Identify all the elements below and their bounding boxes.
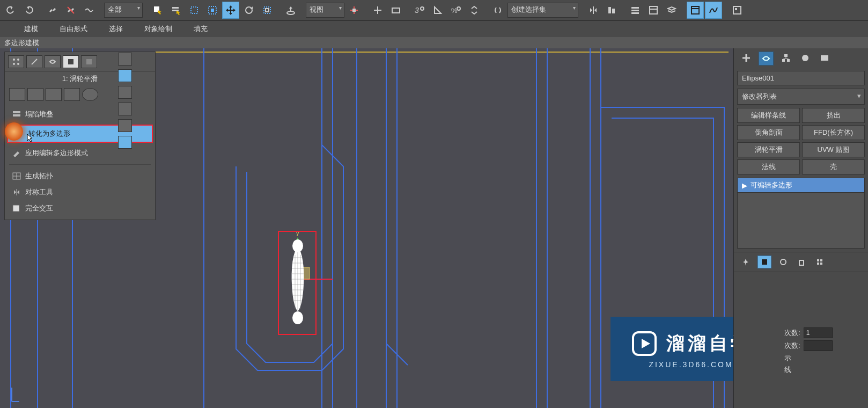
- btn-bevel-profile[interactable]: 倒角剖面: [737, 125, 800, 140]
- window-crossing-icon[interactable]: [204, 2, 221, 19]
- svg-rect-12: [392, 8, 400, 13]
- top-toolbar: 全部 视图 3 % 创建选择集: [0, 0, 868, 21]
- curve-editor-icon[interactable]: [687, 2, 704, 19]
- unlink-icon[interactable]: [62, 2, 79, 19]
- axis-y-label: y: [296, 230, 299, 236]
- object-name-field[interactable]: Ellipse001: [737, 71, 865, 85]
- modifier-list-dropdown[interactable]: 修改器列表: [737, 89, 865, 105]
- btn-uvw-map[interactable]: UVW 贴图: [802, 142, 865, 157]
- svg-point-64: [13, 59, 15, 61]
- stack-item-label: 可编辑多边形: [751, 180, 792, 190]
- dope-sheet-icon[interactable]: [705, 2, 722, 19]
- btn-shell[interactable]: 壳: [802, 159, 865, 174]
- modifier-stack[interactable]: ▶ 可编辑多边形: [737, 178, 865, 249]
- undo-icon[interactable]: [2, 2, 19, 19]
- side-toggle-4[interactable]: [118, 103, 132, 115]
- angle-snap-icon[interactable]: [429, 2, 446, 19]
- align-icon[interactable]: [603, 2, 620, 19]
- modifier-quick-buttons: 编辑样条线 挤出 倒角剖面 FFD(长方体) 涡轮平滑 UVW 贴图 法线 壳: [737, 108, 865, 174]
- spinner-input-1[interactable]: [804, 327, 833, 338]
- btn-normal[interactable]: 法线: [737, 159, 800, 174]
- use-pivot-center-icon[interactable]: [345, 2, 363, 19]
- svg-text:3: 3: [415, 6, 419, 14]
- toggle-ribbon-icon[interactable]: [645, 2, 662, 19]
- svg-rect-22: [650, 6, 657, 14]
- rect-region-icon[interactable]: [186, 2, 203, 19]
- named-selection-set-dropdown[interactable]: 创建选择集: [507, 3, 578, 18]
- svg-point-66: [13, 63, 15, 65]
- side-toggle-1[interactable]: [118, 53, 132, 65]
- selection-filter-dropdown[interactable]: 全部: [104, 3, 143, 18]
- select-and-rotate-icon[interactable]: [240, 2, 258, 19]
- tab-modeling[interactable]: 建模: [24, 24, 38, 34]
- btn-turbosmooth[interactable]: 涡轮平滑: [737, 142, 800, 157]
- edge-mode-icon[interactable]: [26, 55, 42, 68]
- svg-rect-4: [191, 7, 197, 13]
- stack-btn-5[interactable]: [82, 88, 98, 101]
- select-by-name-icon[interactable]: [167, 2, 185, 19]
- motion-tab-icon[interactable]: [798, 52, 812, 64]
- svg-rect-83: [762, 259, 767, 265]
- svg-rect-70: [13, 111, 20, 113]
- menu-generate-topology[interactable]: 生成拓扑: [5, 168, 155, 184]
- side-toggle-5[interactable]: [118, 119, 132, 132]
- stack-item-editable-poly[interactable]: ▶ 可编辑多边形: [738, 178, 864, 193]
- show-end-result-icon[interactable]: [757, 256, 771, 268]
- modify-tab-icon[interactable]: [759, 52, 774, 65]
- tab-populate[interactable]: 填充: [194, 24, 208, 34]
- edit-selection-set-icon[interactable]: [489, 2, 506, 19]
- stack-btn-3[interactable]: [46, 88, 62, 101]
- menu-full-interactivity[interactable]: 完全交互: [5, 200, 155, 216]
- make-unique-icon[interactable]: [777, 256, 790, 268]
- select-and-place-icon[interactable]: [282, 2, 299, 19]
- side-toggle-2[interactable]: [118, 69, 132, 82]
- manage-layers-icon[interactable]: [663, 2, 680, 19]
- polygon-mode-icon[interactable]: [63, 55, 79, 68]
- tab-selection[interactable]: 选择: [109, 24, 123, 34]
- svg-rect-18: [612, 9, 615, 13]
- side-toggle-6[interactable]: [118, 136, 132, 149]
- menu-symmetry-tool[interactable]: 对称工具: [5, 184, 155, 200]
- percent-snap-icon[interactable]: %: [447, 2, 465, 19]
- border-mode-icon[interactable]: [45, 55, 61, 68]
- reference-coordinate-dropdown[interactable]: 视图: [306, 3, 344, 18]
- svg-rect-85: [799, 260, 804, 265]
- element-mode-icon[interactable]: [81, 55, 97, 68]
- link-icon[interactable]: [44, 2, 61, 19]
- select-and-move-icon[interactable]: [222, 2, 239, 19]
- snap-toggle-icon[interactable]: 3: [411, 2, 428, 19]
- btn-edit-spline[interactable]: 编辑样条线: [737, 108, 800, 123]
- redo-icon[interactable]: [20, 2, 38, 19]
- svg-rect-90: [820, 263, 822, 265]
- btn-ffd-box[interactable]: FFD(长方体): [802, 125, 865, 140]
- configure-modifier-sets-icon[interactable]: [813, 256, 826, 268]
- vertex-mode-icon[interactable]: [8, 55, 24, 68]
- remove-modifier-icon[interactable]: [795, 256, 808, 268]
- selected-object[interactable]: y x: [268, 225, 333, 344]
- stack-btn-1[interactable]: [9, 88, 25, 101]
- truncated-row-1: 示: [782, 352, 868, 364]
- svg-line-0: [68, 7, 74, 13]
- stack-btn-2[interactable]: [27, 88, 43, 101]
- select-manipulate-icon[interactable]: [369, 2, 386, 19]
- tab-object-paint[interactable]: 对象绘制: [144, 24, 172, 34]
- bind-spacewarp-icon[interactable]: [80, 2, 98, 19]
- spinner-snap-icon[interactable]: [466, 2, 483, 19]
- mirror-icon[interactable]: [585, 2, 602, 19]
- keyboard-shortcut-icon[interactable]: [387, 2, 404, 19]
- schematic-view-icon[interactable]: [729, 2, 746, 19]
- stack-btn-4[interactable]: [64, 88, 80, 101]
- svg-rect-79: [782, 59, 785, 62]
- spinner-input-2[interactable]: [804, 340, 833, 351]
- tab-freeform[interactable]: 自由形式: [60, 24, 87, 34]
- select-and-scale-icon[interactable]: [259, 2, 276, 19]
- spinner-label-1: 次数:: [784, 328, 800, 338]
- layer-explorer-icon[interactable]: [627, 2, 644, 19]
- select-object-icon[interactable]: [149, 2, 166, 19]
- hierarchy-tab-icon[interactable]: [779, 52, 793, 64]
- create-tab-icon[interactable]: [739, 52, 753, 64]
- btn-extrude[interactable]: 挤出: [802, 108, 865, 123]
- pin-stack-icon[interactable]: [739, 256, 752, 268]
- side-toggle-3[interactable]: [118, 86, 132, 99]
- display-tab-icon[interactable]: [818, 52, 832, 64]
